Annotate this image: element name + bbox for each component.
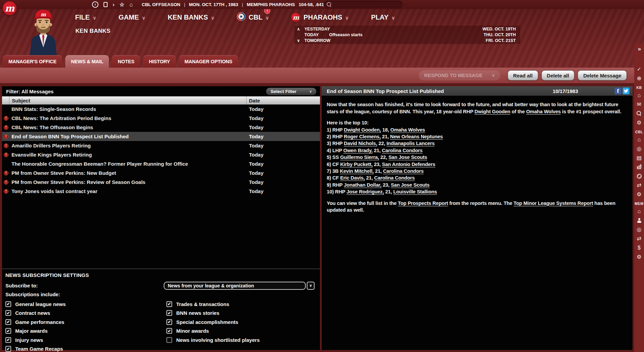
bar-chart-icon[interactable]	[634, 162, 644, 171]
team-link[interactable]: Carolina Condors	[383, 168, 423, 174]
team-link[interactable]: San Jose Scouts	[391, 182, 430, 188]
subscription-option[interactable]: ✔BNN news stories	[166, 309, 320, 318]
player-link[interactable]: Roger Clemens,	[344, 134, 381, 139]
menu-manager[interactable]: KEN BANKS∨	[168, 14, 214, 21]
player-link[interactable]: Jose Rodriguez,	[347, 189, 384, 194]
mail-row[interactable]: !End of Season BNN Top Prospect List Pub…	[2, 132, 320, 141]
subscription-option[interactable]: News involving shortlisted players	[166, 335, 320, 345]
mail-row[interactable]: !Tony Jones voids last contract yearToda…	[2, 187, 320, 196]
mail-row[interactable]: !Evansville Kings Players RetiringToday	[2, 150, 320, 159]
column-header-icon[interactable]	[2, 96, 9, 104]
report-link[interactable]: Top Minor League Systems Report	[513, 201, 593, 206]
subscription-option[interactable]: ✔Contract news	[5, 309, 166, 318]
tab-news-mail[interactable]: NEWS & MAIL	[65, 55, 109, 68]
menu-league[interactable]: CBL∨ !	[237, 12, 269, 23]
team-link[interactable]: San Antonio Defenders	[382, 162, 435, 167]
player-link[interactable]: Kirby Puckett,	[340, 162, 373, 167]
gear-icon[interactable]: ⚙	[634, 118, 644, 127]
trade-icon[interactable]: ⇄	[634, 234, 644, 243]
inline-link[interactable]: Dwight Gooden	[475, 109, 510, 114]
checkbox-checked-icon[interactable]: ✔	[5, 301, 11, 307]
subscription-option[interactable]: ✔Team Game Recaps	[5, 345, 166, 352]
subscription-option[interactable]: ✔Game performances	[5, 318, 166, 327]
trade-icon[interactable]: ⇄	[634, 181, 644, 190]
column-header-subject[interactable]: Subject	[9, 98, 246, 103]
menu-team[interactable]: m PHARAOHS∨	[291, 13, 349, 22]
twitter-icon[interactable]	[623, 88, 629, 94]
checkbox-checked-icon[interactable]: ✔	[5, 337, 11, 343]
team-link[interactable]: New Orleans Neptunes	[390, 134, 443, 139]
mail-row[interactable]: !CBL News: The Offseason BeginsToday	[2, 123, 320, 132]
check-icon[interactable]: ✓	[634, 65, 644, 74]
search-input[interactable]	[324, 1, 402, 8]
home-icon[interactable]: ⌂	[130, 2, 133, 7]
home-icon[interactable]: ⌂	[634, 91, 644, 100]
dollar-icon[interactable]: $	[634, 243, 644, 252]
expand-sidebar-icon[interactable]: »	[638, 46, 640, 52]
respond-to-message-button[interactable]: RESPOND TO MESSAGE ∨	[419, 70, 500, 80]
gear-icon[interactable]: ⚙	[634, 190, 644, 199]
player-link[interactable]: Guillermo Sierra,	[340, 155, 379, 160]
team-logo[interactable]: m	[3, 1, 17, 15]
checkbox-checked-icon[interactable]: ✔	[5, 346, 11, 352]
tab-manager-s-office[interactable]: MANAGER'S OFFICE	[3, 55, 62, 68]
checkbox-checked-icon[interactable]: ✔	[166, 328, 172, 334]
tab-manager-options[interactable]: MANAGER OPTIONS	[179, 55, 238, 68]
mail-row[interactable]: !PM from Owner Steve Perkins: New Budget…	[2, 168, 320, 178]
mail-row[interactable]: !Amarillo Drillers Players RetiringToday	[2, 141, 320, 150]
select-filter-button[interactable]: Select Filter ∨	[266, 88, 317, 95]
home-icon[interactable]: ⌂	[634, 135, 644, 144]
mail-row[interactable]: !CBL News: The Arbitration Period Begins…	[2, 114, 320, 123]
team-link[interactable]: San Jose Scouts	[388, 155, 427, 160]
person-icon[interactable]	[634, 216, 644, 225]
news-card-icon[interactable]: ▤	[634, 153, 644, 162]
team-link[interactable]: Carolina Condors	[382, 148, 422, 153]
subscription-option[interactable]: ✔Major awards	[5, 327, 166, 336]
next-day-icon[interactable]: ∨	[297, 38, 304, 43]
subscription-option[interactable]: ✔Trades & transactions	[166, 300, 320, 309]
checkbox-unchecked-icon[interactable]	[166, 337, 172, 343]
team-link[interactable]: Carolina Condors	[374, 175, 415, 181]
baseball-icon[interactable]	[634, 171, 644, 181]
checkbox-checked-icon[interactable]: ✔	[166, 319, 172, 325]
prev-day-icon[interactable]: ∧	[297, 27, 304, 31]
inline-link[interactable]: Omaha Wolves	[526, 109, 561, 114]
subscribe-dropdown[interactable]: News from your league & organization ∨	[164, 282, 315, 290]
checkbox-checked-icon[interactable]: ✔	[5, 319, 11, 325]
menu-file[interactable]: FILE∨	[75, 14, 96, 21]
facebook-icon[interactable]: f	[615, 88, 621, 94]
subscription-option[interactable]: ✔Minor awards	[166, 327, 320, 336]
mail-row[interactable]: !PM from Owner Steve Perkins: Review of …	[2, 178, 320, 187]
menu-play[interactable]: PLAY∨	[371, 14, 395, 21]
player-link[interactable]: David Nichols,	[344, 141, 377, 146]
delete-all-button[interactable]: Delete all	[542, 70, 575, 80]
menu-game[interactable]: GAME∨	[119, 14, 145, 21]
team-link[interactable]: Indianapolis Lancers	[387, 141, 435, 146]
stop-icon[interactable]	[104, 2, 108, 7]
player-link[interactable]: Jonathan Dollar,	[344, 182, 382, 188]
subscription-option[interactable]: ✔General league news	[5, 300, 166, 309]
gear-icon[interactable]: ⚙	[634, 252, 644, 261]
star-icon[interactable]: ☆	[119, 2, 124, 7]
checkbox-checked-icon[interactable]: ✔	[5, 328, 11, 334]
tab-notes[interactable]: NOTES	[112, 55, 140, 68]
column-header-date[interactable]: Date	[246, 96, 320, 104]
forward-icon[interactable]: ›	[113, 2, 114, 7]
mail-icon[interactable]: ✉	[634, 100, 644, 109]
checkbox-checked-icon[interactable]: ✔	[166, 301, 172, 307]
report-link[interactable]: Top Prospects Report	[398, 201, 448, 206]
search-icon[interactable]	[634, 109, 644, 118]
player-link[interactable]: Kevin Mitchell,	[340, 168, 374, 174]
subscription-option[interactable]: ✔Special accomplishments	[166, 318, 320, 327]
player-link[interactable]: Owen Brady,	[343, 148, 372, 153]
back-icon[interactable]: ‹	[92, 1, 98, 8]
subscription-option[interactable]: ✔Injury news	[5, 335, 166, 345]
globe-icon[interactable]: ⊕	[634, 74, 644, 83]
checkbox-checked-icon[interactable]: ✔	[5, 310, 11, 316]
mail-row[interactable]: BNN Stats: Single-Season RecordsToday	[2, 104, 320, 114]
home-icon[interactable]: ⌂	[634, 207, 644, 216]
mail-row[interactable]: The Honorable Congressman Beeman? Former…	[2, 159, 320, 168]
target-icon[interactable]: ◎	[634, 144, 644, 153]
player-link[interactable]: Eric Davis,	[340, 175, 365, 181]
tab-history[interactable]: HISTORY	[143, 55, 176, 68]
